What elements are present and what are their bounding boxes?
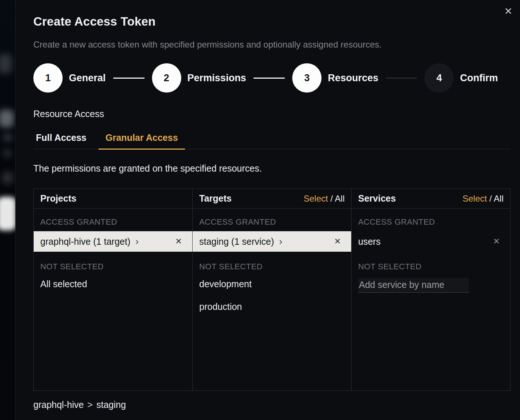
modal-title: Create Access Token bbox=[33, 15, 156, 29]
backdrop-blob bbox=[2, 172, 13, 184]
projects-column-header: Projects bbox=[34, 189, 192, 209]
breadcrumb: graphql-hive>staging bbox=[33, 400, 126, 410]
services-select-link[interactable]: Select bbox=[463, 194, 487, 203]
projects-column-body: ACCESS GRANTED graphql-hive (1 target) ›… bbox=[34, 209, 192, 390]
breadcrumb-project: graphql-hive bbox=[33, 400, 84, 410]
step-confirm[interactable]: 4 Confirm bbox=[424, 63, 498, 93]
add-service-input[interactable] bbox=[358, 278, 469, 293]
targets-column: Targets Select / All ACCESS GRANTED stag… bbox=[193, 189, 352, 390]
targets-select-link[interactable]: Select bbox=[304, 194, 328, 203]
step-label-resources: Resources bbox=[328, 72, 378, 84]
step-circle-4: 4 bbox=[424, 63, 454, 93]
services-not-selected-label: NOT SELECTED bbox=[358, 262, 504, 271]
step-circle-1: 1 bbox=[33, 63, 63, 93]
targets-access-granted-label: ACCESS GRANTED bbox=[199, 217, 345, 227]
step-label-permissions: Permissions bbox=[187, 72, 246, 84]
remove-service-icon[interactable]: ✕ bbox=[493, 237, 500, 246]
chevron-right-icon: › bbox=[135, 237, 139, 246]
step-connector-inactive bbox=[386, 78, 417, 79]
breadcrumb-target: staging bbox=[96, 400, 126, 410]
step-connector bbox=[253, 78, 285, 79]
granted-service-row: users ✕ bbox=[352, 231, 510, 252]
create-access-token-modal: ✕ Create Access Token Create a new acces… bbox=[15, 0, 520, 420]
selected-project-row[interactable]: graphql-hive (1 target) › ✕ bbox=[34, 231, 192, 252]
services-column: Services Select / All ACCESS GRANTED use… bbox=[352, 189, 510, 390]
breadcrumb-separator: > bbox=[88, 400, 93, 410]
services-column-header: Services Select / All bbox=[352, 189, 510, 209]
step-permissions[interactable]: 2 Permissions bbox=[152, 63, 246, 93]
granular-access-description: The permissions are granted on the speci… bbox=[33, 163, 262, 174]
services-column-body: ACCESS GRANTED users ✕ NOT SELECTED bbox=[352, 209, 510, 390]
access-tabs: Full Access Granular Access bbox=[33, 132, 510, 149]
selected-target-row[interactable]: staging (1 service) › ✕ bbox=[193, 231, 351, 252]
services-select-separator: / bbox=[487, 194, 494, 203]
page-backdrop bbox=[0, 0, 15, 420]
selected-target-name: staging (1 service) bbox=[199, 236, 274, 247]
backdrop-blob bbox=[3, 134, 12, 142]
close-icon[interactable]: ✕ bbox=[502, 6, 514, 18]
targets-title: Targets bbox=[199, 193, 231, 204]
services-select-all: Select / All bbox=[463, 194, 504, 204]
backdrop-blob bbox=[0, 197, 15, 230]
chevron-right-icon: › bbox=[279, 237, 282, 246]
targets-column-body: ACCESS GRANTED staging (1 service) › ✕ N… bbox=[193, 209, 351, 390]
projects-access-granted-label: ACCESS GRANTED bbox=[40, 217, 186, 227]
selected-project-name: graphql-hive (1 target) bbox=[40, 236, 130, 247]
tab-granular-access[interactable]: Granular Access bbox=[99, 132, 185, 150]
step-circle-3: 3 bbox=[292, 63, 322, 93]
targets-select-separator: / bbox=[328, 194, 335, 203]
projects-title: Projects bbox=[40, 193, 77, 204]
resource-access-heading: Resource Access bbox=[33, 109, 104, 119]
remove-project-icon[interactable]: ✕ bbox=[175, 237, 182, 246]
targets-all-link[interactable]: All bbox=[335, 194, 345, 203]
step-connector bbox=[113, 78, 145, 79]
projects-column: Projects ACCESS GRANTED graphql-hive (1 … bbox=[34, 189, 193, 390]
targets-item-list: development production bbox=[199, 279, 345, 312]
stepper: 1 General 2 Permissions 3 Resources 4 Co… bbox=[33, 63, 498, 93]
granted-service-name: users bbox=[358, 236, 380, 247]
services-all-link[interactable]: All bbox=[494, 194, 504, 203]
remove-target-icon[interactable]: ✕ bbox=[334, 237, 341, 246]
services-title: Services bbox=[358, 193, 396, 204]
step-circle-2: 2 bbox=[152, 63, 181, 93]
step-resources[interactable]: 3 Resources bbox=[292, 63, 378, 93]
services-access-granted-label: ACCESS GRANTED bbox=[358, 217, 504, 227]
targets-column-header: Targets Select / All bbox=[193, 189, 351, 209]
targets-not-selected-label: NOT SELECTED bbox=[199, 262, 345, 271]
resource-selection-table: Projects ACCESS GRANTED graphql-hive (1 … bbox=[33, 188, 510, 391]
backdrop-blob bbox=[0, 110, 14, 127]
step-general[interactable]: 1 General bbox=[33, 63, 106, 93]
step-label-confirm: Confirm bbox=[460, 72, 498, 84]
targets-select-all: Select / All bbox=[304, 194, 345, 204]
projects-item-list: All selected bbox=[40, 279, 186, 289]
target-item-development[interactable]: development bbox=[199, 279, 345, 289]
projects-not-selected-label: NOT SELECTED bbox=[40, 262, 186, 271]
tab-full-access[interactable]: Full Access bbox=[33, 132, 89, 149]
step-label-general: General bbox=[69, 72, 106, 84]
projects-all-selected-note: All selected bbox=[40, 279, 186, 289]
backdrop-blob bbox=[0, 54, 12, 73]
backdrop-blob bbox=[3, 149, 12, 157]
target-item-production[interactable]: production bbox=[199, 301, 345, 312]
modal-subtitle: Create a new access token with specified… bbox=[33, 40, 382, 50]
